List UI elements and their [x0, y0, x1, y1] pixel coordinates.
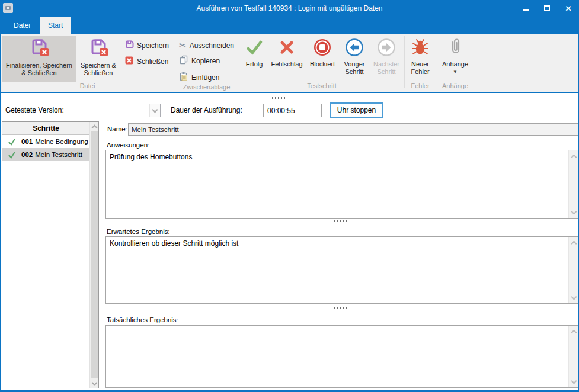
- scroll-up-button[interactable]: [90, 122, 99, 131]
- expected-result-field[interactable]: Kontrollieren ob dieser Schritt möglich …: [105, 236, 578, 304]
- scroll-up-button[interactable]: [569, 151, 578, 160]
- bug-icon: [410, 37, 430, 60]
- previous-step-button[interactable]: Voriger Schritt: [339, 36, 370, 82]
- blocked-label: Blockiert: [310, 60, 335, 68]
- paperclip-icon: [445, 37, 465, 60]
- name-input[interactable]: [128, 123, 578, 136]
- tested-version-value: [68, 104, 149, 117]
- previous-step-label: Voriger Schritt: [341, 60, 367, 76]
- close-file-button[interactable]: Schließen: [124, 56, 169, 67]
- step-name: Mein Testschritt: [35, 151, 82, 158]
- chevron-down-icon: [571, 378, 577, 384]
- finalize-save-close-button[interactable]: Finalisieren, Speichern & Schließen: [2, 36, 76, 82]
- save-button[interactable]: Speichern: [124, 40, 169, 51]
- actual-result-field[interactable]: [105, 325, 578, 388]
- blocked-button[interactable]: Blockiert: [306, 36, 339, 82]
- attachments-label: Anhänge: [442, 60, 468, 68]
- ribbon-tab-row: Datei Start: [1, 17, 578, 34]
- save-and-close-label: Speichern & Schließen: [78, 62, 119, 77]
- attachments-button[interactable]: Anhänge ▼: [437, 36, 473, 82]
- scroll-up-button[interactable]: [569, 237, 578, 247]
- copy-label: Kopieren: [191, 57, 220, 65]
- close-icon: ✕: [565, 5, 572, 12]
- actual-scrollbar[interactable]: [568, 326, 578, 387]
- steps-scrollbar[interactable]: [89, 122, 98, 388]
- check-icon: [244, 37, 264, 60]
- ribbon: Finalisieren, Speichern & Schließen Spei…: [1, 34, 578, 93]
- scroll-down-button[interactable]: [90, 379, 99, 388]
- close-red-icon: [124, 56, 134, 67]
- save-label: Speichern: [137, 41, 169, 50]
- pass-label: Erfolg: [246, 60, 263, 68]
- group-label-testschritt: Testschritt: [241, 82, 403, 92]
- copy-button[interactable]: Kopieren: [179, 55, 234, 66]
- group-label-zwischenablage: Zwischenablage: [175, 83, 238, 92]
- quick-access-separator: [20, 4, 20, 13]
- maximize-icon: [544, 5, 550, 11]
- ribbon-group-anhaenge: Anhänge ▼ Anhänge: [437, 34, 473, 92]
- duration-label: Dauer der Ausführung:: [171, 104, 242, 117]
- save-close-icon: [28, 37, 50, 61]
- paste-button[interactable]: Einfügen: [179, 72, 234, 83]
- scroll-down-button[interactable]: [569, 293, 578, 303]
- instructions-text: Prüfung des Homebuttons: [110, 153, 565, 161]
- cut-label: Ausschneiden: [190, 41, 234, 50]
- arrow-left-circle-icon: [344, 37, 364, 60]
- group-label-datei: Datei: [2, 82, 172, 92]
- chevron-up-icon: [571, 154, 577, 160]
- chevron-up-icon: [92, 125, 98, 131]
- app-window-glyph: [5, 6, 11, 10]
- new-error-button[interactable]: Neuer Fehler: [406, 36, 434, 82]
- chevron-down-icon: [92, 380, 98, 385]
- tab-datei[interactable]: Datei: [5, 17, 39, 34]
- tab-start[interactable]: Start: [40, 17, 71, 34]
- step-item-002[interactable]: 002 Mein Testschritt: [2, 148, 89, 161]
- app-icon[interactable]: [3, 3, 13, 13]
- instructions-field[interactable]: Prüfung des Homebuttons: [105, 150, 578, 219]
- test-execution-window: Ausführen von Testfall 140934 : Login mi…: [0, 0, 579, 392]
- ribbon-separator: [239, 36, 239, 88]
- scroll-down-button[interactable]: [569, 377, 578, 387]
- steps-panel: Schritte 001 Meine Bedingung 002 Mein Te…: [2, 121, 99, 388]
- duration-input[interactable]: [263, 104, 322, 117]
- copy-icon: [179, 55, 188, 66]
- title-bar: Ausführen von Testfall 140934 : Login mi…: [1, 0, 578, 17]
- steps-header: Schritte: [2, 122, 89, 135]
- chevron-down-icon: [571, 294, 577, 300]
- tested-version-combobox[interactable]: [68, 104, 161, 117]
- fail-button[interactable]: Fehlschlag: [268, 36, 306, 82]
- next-step-button[interactable]: Nächster Schritt: [370, 36, 403, 82]
- step-number: 001: [21, 138, 33, 145]
- expected-splitter-handle[interactable]: [334, 307, 348, 309]
- scissors-icon: ✂: [179, 41, 187, 50]
- arrow-right-circle-icon: [376, 37, 396, 60]
- window-controls: ✕: [522, 0, 572, 17]
- close-file-label: Schließen: [137, 57, 168, 66]
- scroll-up-button[interactable]: [569, 326, 578, 336]
- expected-scrollbar[interactable]: [568, 237, 578, 303]
- step-item-001[interactable]: 001 Meine Bedingung: [2, 135, 89, 148]
- maximize-button[interactable]: [543, 4, 551, 12]
- scroll-down-button[interactable]: [569, 208, 578, 217]
- scrollbar-thumb[interactable]: [91, 131, 98, 378]
- save-icon: [124, 40, 134, 51]
- minimize-button[interactable]: [522, 4, 530, 12]
- stop-clock-button[interactable]: Uhr stoppen: [330, 102, 383, 118]
- close-button[interactable]: ✕: [564, 4, 572, 12]
- pass-button[interactable]: Erfolg: [241, 36, 268, 82]
- finalize-save-close-label: Finalisieren, Speichern & Schließen: [5, 62, 73, 77]
- cut-button[interactable]: ✂ Ausschneiden: [179, 41, 234, 50]
- save-and-close-button[interactable]: Speichern & Schließen: [76, 36, 121, 82]
- instructions-splitter-handle[interactable]: [334, 220, 348, 222]
- x-icon: [277, 37, 297, 60]
- combobox-dropdown-button[interactable]: [149, 104, 160, 117]
- ribbon-splitter-handle[interactable]: [272, 97, 286, 99]
- step-passed-check-icon: [8, 137, 16, 146]
- expected-result-label: Erwartetes Ergebnis:: [107, 228, 170, 235]
- ribbon-group-testschritt: Erfolg Fehlschlag: [241, 34, 403, 92]
- instructions-scrollbar[interactable]: [568, 150, 578, 218]
- ribbon-group-fehler: Neuer Fehler Fehler: [406, 34, 434, 92]
- tested-version-label: Getestete Version:: [5, 104, 64, 117]
- group-label-fehler: Fehler: [406, 82, 434, 92]
- ribbon-separator: [174, 36, 174, 88]
